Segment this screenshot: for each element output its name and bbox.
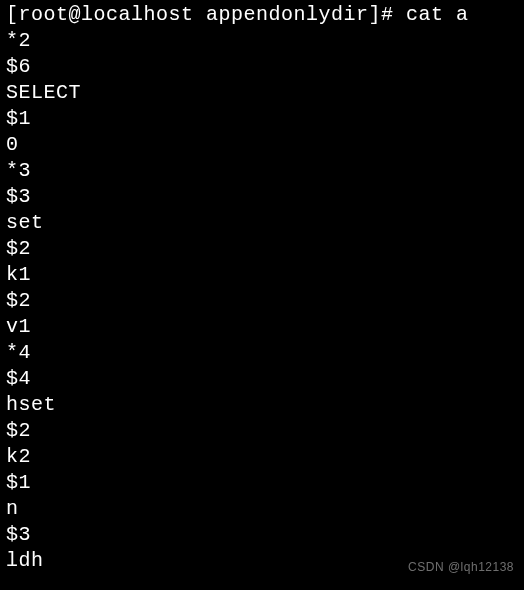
output-line: k1 xyxy=(6,262,518,288)
terminal-output: [root@localhost appendonlydir]# cat a *2… xyxy=(6,2,518,574)
output-line: SELECT xyxy=(6,80,518,106)
output-line: *3 xyxy=(6,158,518,184)
output-line: $6 xyxy=(6,54,518,80)
output-line: v1 xyxy=(6,314,518,340)
output-line: set xyxy=(6,210,518,236)
output-line: $3 xyxy=(6,522,518,548)
output-line: $3 xyxy=(6,184,518,210)
output-line: *2 xyxy=(6,28,518,54)
output-line: $1 xyxy=(6,470,518,496)
output-line: $2 xyxy=(6,418,518,444)
prompt-line: [root@localhost appendonlydir]# cat a xyxy=(6,2,518,28)
output-line: $1 xyxy=(6,106,518,132)
output-line: $4 xyxy=(6,366,518,392)
output-line: k2 xyxy=(6,444,518,470)
output-line: $2 xyxy=(6,236,518,262)
watermark-text: CSDN @lqh12138 xyxy=(408,560,514,576)
output-line: n xyxy=(6,496,518,522)
output-line: *4 xyxy=(6,340,518,366)
output-line: $2 xyxy=(6,288,518,314)
output-line: 0 xyxy=(6,132,518,158)
output-line: hset xyxy=(6,392,518,418)
